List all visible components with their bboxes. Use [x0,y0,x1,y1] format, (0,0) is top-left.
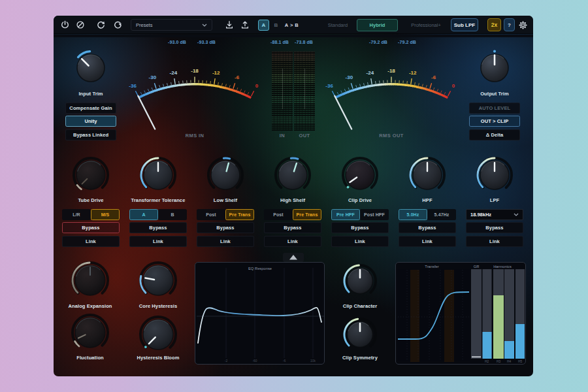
svg-text:-2: -2 [225,359,228,363]
svg-text:10k: 10k [310,359,316,363]
svg-text:EQ Response: EQ Response [248,267,272,270]
svg-text:Transfer: Transfer [425,265,438,269]
svg-text:-6: -6 [283,359,286,363]
svg-text:H5: H5 [518,360,522,363]
svg-text:H2: H2 [485,360,489,363]
svg-text:Harmonics: Harmonics [493,265,512,269]
svg-text:GR: GR [474,265,480,269]
svg-text:H3: H3 [497,360,500,363]
svg-text:H4: H4 [507,360,511,363]
svg-text:-60: -60 [252,359,257,363]
